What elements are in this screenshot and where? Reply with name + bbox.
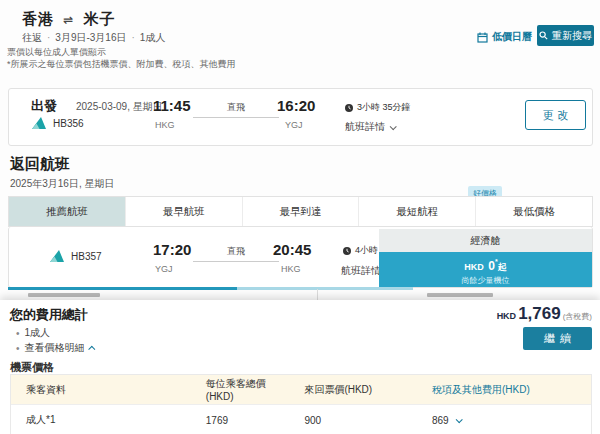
flight-number-text: HB357 [71, 251, 102, 262]
tab-earliest-arrival[interactable]: 最早到達 [243, 197, 360, 226]
return-flight-number: HB357 [49, 250, 102, 263]
clock-icon [343, 247, 351, 255]
tab-lowest-price[interactable]: 最低價格 [476, 197, 592, 226]
calendar-icon [477, 32, 488, 43]
base-fare-cell: 900 [289, 415, 417, 426]
continue-button[interactable]: 繼續 [523, 327, 592, 350]
currency-label: HKD [464, 262, 484, 272]
tab-shortest-duration[interactable]: 最短航程 [359, 197, 476, 226]
return-date: 2025年3月16日, 星期日 [10, 177, 115, 191]
route-line [193, 261, 279, 262]
col-taxes-fees: 稅項及其他費用(HKD) [417, 383, 591, 397]
fare-table-title: 機票價格 [10, 360, 54, 375]
fare-table-header-row: 乘客資料 每位乘客總價(HKD) 來回票價(HKD) 稅項及其他費用(HKD) [11, 375, 591, 404]
departure-date: 2025-03-09, 星期日 [76, 100, 163, 114]
total-amount: 1,769 [518, 304, 561, 323]
flight-details-label: 航班詳情 [345, 120, 385, 134]
tax-amount: 869 [432, 415, 449, 426]
trip-type: 往返 [22, 32, 42, 43]
departure-stop-info: 直飛 [193, 101, 279, 118]
direct-flight-label: 直飛 [193, 245, 279, 258]
return-section-heading: 返回航班 [10, 155, 70, 174]
clipped-table-divider [317, 289, 318, 300]
chevron-up-icon [88, 345, 95, 352]
seats-remaining-note: 尚餘少量機位 [379, 275, 592, 286]
tab-earliest-departure[interactable]: 最早航班 [126, 197, 243, 226]
route-title: 香港 ⇌ 米子 [22, 10, 115, 29]
change-flight-button[interactable]: 更改 [525, 100, 586, 130]
chevron-down-icon [390, 123, 397, 130]
route-line [193, 117, 279, 118]
departure-dep-code: HKG [155, 120, 175, 130]
return-dep-code: YGJ [155, 264, 173, 274]
clipped-text-fragment [427, 293, 493, 297]
bullet: • [16, 328, 20, 339]
passenger-cell: 成人*1 [11, 413, 191, 427]
economy-fare-select-button[interactable]: HKD 0*起 尚餘少量機位 [379, 252, 592, 287]
trip-passengers: 1成人 [140, 32, 166, 43]
bullet: • [16, 343, 20, 354]
return-stop-info: 直飛 [193, 245, 279, 262]
cost-summary-panel: 您的費用總計 • 1成人 • 查看價格明細 HKD1,769(含稅費) 繼續 機… [0, 300, 600, 434]
departure-label: 出發 [31, 97, 57, 115]
fare-note-2: *所展示之每位票價包括機票價、附加費、稅項、其他費用 [7, 58, 236, 71]
flight-booking-page: 香港 ⇌ 米子 往返·3月9日-3月16日·1成人 票價以每位成人單價顯示 *所… [0, 0, 600, 434]
return-arr-code: HKG [281, 264, 301, 274]
departure-flight-details-toggle[interactable]: 航班詳情 [345, 120, 395, 134]
total-price: HKD1,769(含稅費) [392, 304, 592, 324]
from-label: 起 [498, 262, 507, 272]
airline-fin-icon [49, 250, 65, 263]
breakdown-toggle-label: 查看價格明細 [25, 341, 85, 355]
horizontal-scrollbar-thumb[interactable] [8, 287, 237, 290]
separator: · [131, 32, 134, 43]
return-dep-time: 17:20 [153, 241, 191, 258]
tax-cell: 869 [417, 415, 591, 426]
horizontal-scrollbar-track[interactable] [8, 287, 413, 290]
return-arr-time: 20:45 [273, 241, 311, 258]
fare-table-row: 成人*1 1769 900 869 [11, 404, 591, 434]
flight-number-text: HB356 [53, 118, 84, 129]
tab-recommended[interactable]: 推薦航班 [9, 197, 126, 226]
currency-label: HKD [497, 311, 517, 321]
passenger-count-text: 1成人 [25, 326, 51, 340]
chevron-down-icon[interactable] [455, 416, 462, 423]
sort-tabbar: 推薦航班 最早航班 最早到達 最短航程 最低價格 [8, 196, 593, 227]
swap-cities-icon: ⇌ [63, 13, 74, 27]
search-icon [539, 31, 548, 40]
flight-details-label: 航班詳情 [341, 264, 381, 278]
fare-table: 乘客資料 每位乘客總價(HKD) 來回票價(HKD) 稅項及其他費用(HKD) … [10, 374, 592, 434]
fare-price: HKD 0*起 [379, 256, 592, 274]
departure-flight-number: HB356 [31, 117, 84, 130]
airline-fin-icon [31, 117, 47, 130]
duration-text: 3小時 35分鐘 [357, 101, 411, 114]
trip-dates: 3月9日-3月16日 [55, 32, 126, 43]
cabin-class-header: 經濟艙 [379, 229, 592, 252]
price-amount: 0 [488, 259, 495, 273]
search-again-button[interactable]: 重新搜尋 [537, 25, 594, 46]
departure-duration: 3小時 35分鐘 [345, 101, 411, 114]
clipped-text-fragment [28, 293, 100, 297]
trip-summary: 往返·3月9日-3月16日·1成人 [22, 31, 165, 45]
col-round-trip-fare: 來回票價(HKD) [289, 383, 417, 397]
origin-city: 香港 [22, 10, 54, 27]
return-flight-card: HB357 17:20 YGJ 直飛 20:45 HKG 4小時 25分鐘 航班… [8, 227, 593, 288]
summary-passengers: • 1成人 [16, 326, 50, 340]
total-cell: 1769 [191, 415, 290, 426]
col-passenger: 乘客資料 [11, 383, 191, 397]
price-breakdown-toggle[interactable]: • 查看價格明細 [16, 341, 95, 355]
direct-flight-label: 直飛 [193, 101, 279, 114]
departure-flight-card: 出發 2025-03-09, 星期日 HB356 11:45 HKG 直飛 16… [8, 88, 593, 146]
col-per-passenger-total: 每位乘客總價(HKD) [191, 377, 290, 402]
separator: · [47, 32, 50, 43]
cost-summary-title: 您的費用總計 [10, 306, 88, 324]
search-again-label: 重新搜尋 [552, 29, 592, 43]
low-fare-calendar-label: 低價日曆 [492, 30, 532, 44]
departure-arr-code: YGJ [285, 120, 303, 130]
destination-city: 米子 [83, 10, 115, 27]
departure-arr-time: 16:20 [277, 97, 315, 114]
clock-icon [345, 104, 353, 112]
tax-included-note: (含稅費) [563, 312, 592, 321]
low-fare-calendar-link[interactable]: 低價日曆 [477, 30, 532, 44]
departure-dep-time: 11:45 [153, 97, 191, 114]
